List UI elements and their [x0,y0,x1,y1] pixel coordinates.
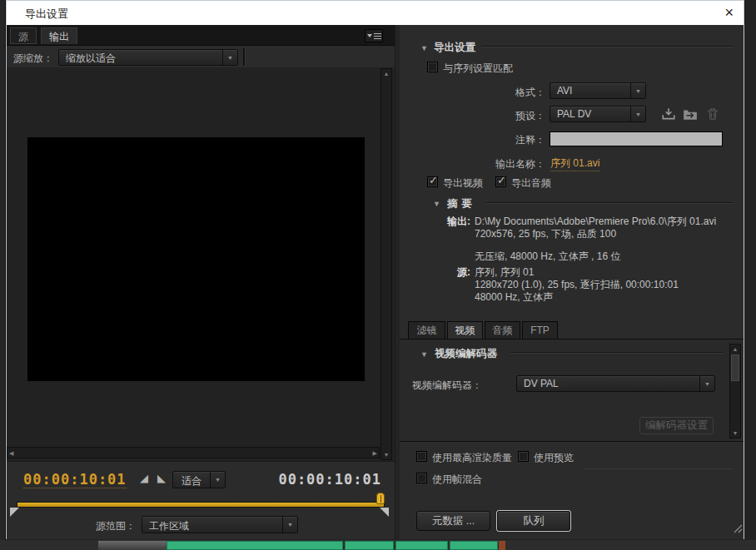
scroll-down-icon[interactable]: ▼ [730,430,740,436]
export-audio-label: 导出音频 [511,176,551,191]
check-icon: ✓ [497,174,506,186]
panel-menu-lines-icon [374,33,381,39]
source-scaling-value: 缩放以适合 [59,50,222,65]
frame-blending-checkbox[interactable] [416,473,427,483]
scroll-right-icon[interactable]: ▶ [373,450,377,457]
preset-value: PAL DV [550,107,630,121]
timeline-clip [167,541,343,550]
tab-filters[interactable]: 滤镜 [408,321,445,339]
disclosure-triangle-icon[interactable]: ▼ [433,200,440,208]
max-render-quality-checkbox[interactable] [416,451,427,462]
export-audio-checkbox[interactable]: ✓ [495,176,506,187]
source-range-dropdown[interactable]: 工作区域 ▼ [142,516,298,533]
settings-pane: ▼ 导出设置 与序列设置匹配 格式： AVI ▼ 预设： PAL DV ▼ [400,25,744,539]
match-sequence-checkbox[interactable] [427,62,438,72]
dialog-titlebar: 导出设置 × [7,1,744,25]
resize-grip[interactable] [731,521,743,534]
in-point-handle[interactable] [10,508,19,517]
transport-controls: 00:00:10:01 ◢ ◣ 适合 ▼ 00:00:10:01 源范围： 工作… [7,463,395,539]
match-sequence-label: 与序列设置匹配 [443,62,513,76]
video-codec-section-title: 视频编解码器 [435,347,497,361]
dropdown-arrow-icon: ▼ [282,517,297,533]
timeline-clip [345,541,394,550]
comment-input[interactable] [550,131,723,146]
summary-output-audio-info: 无压缩, 48000 Hz, 立体声 , 16 位 [475,250,620,264]
video-codec-label: 视频编解码器： [412,379,482,393]
settings-vertical-scrollbar[interactable]: ▲ ▼ [729,344,741,439]
options-divider [584,468,733,469]
source-range-label: 源范围： [96,519,136,533]
import-preset-icon[interactable] [683,107,698,121]
output-name-label: 输出名称： [470,157,545,171]
use-previews-label: 使用预览 [534,451,574,465]
tab-ftp[interactable]: FTP [522,321,558,339]
codec-settings-button: 编解码器设置 [639,417,714,434]
preview-horizontal-scrollbar[interactable]: ◀ ▶ [7,447,380,458]
save-preset-icon[interactable] [661,107,676,121]
export-settings-section-title: 导出设置 [434,41,475,55]
zoom-level-dropdown[interactable]: 适合 ▼ [172,471,226,488]
section-divider [510,352,723,354]
frame-blending-label: 使用帧混合 [432,473,482,487]
close-icon[interactable]: × [724,3,734,22]
dropdown-arrow-icon: ▼ [222,50,237,65]
timeline-clip [450,541,498,550]
dropdown-arrow-icon: ▼ [210,472,225,488]
tab-output[interactable]: 输出 [41,27,77,44]
summary-output-label: 输出: [420,215,470,229]
scroll-up-icon[interactable]: ▲ [381,71,391,77]
splitter-handle[interactable] [243,48,245,66]
summary-source-label: 源: [420,265,470,280]
zoom-level-value: 适合 [173,472,210,488]
summary-output-video-info: 720x576, 25 fps, 下场, 品质 100 [475,227,616,241]
out-point-handle[interactable] [380,508,389,517]
output-name-link[interactable]: 序列 01.avi [550,156,599,171]
video-codec-value: DV PAL [517,376,699,391]
set-in-point-button[interactable]: ◢ [140,472,148,484]
source-scaling-label: 源缩放： [13,52,53,66]
queue-button[interactable]: 队列 [497,511,570,531]
source-range-value: 工作区域 [142,517,282,533]
metadata-button[interactable]: 元数据 ... [416,511,490,531]
scrollbar-thumb[interactable] [731,354,739,381]
source-tabbar: 源 输出 [7,25,395,46]
scroll-left-icon[interactable]: ◀ [9,450,13,457]
section-divider [481,46,733,47]
disclosure-triangle-icon[interactable]: ▼ [420,350,428,359]
duration-timecode: 00:00:10:01 [278,471,381,488]
preview-vertical-scrollbar[interactable]: ▲ ▼ [380,68,392,460]
export-settings-dialog: 导出设置 × 源 输出 源缩放： 缩放以适合 [6,0,744,539]
video-preview-area: ▲ ▼ ◀ ▶ [7,67,395,462]
tab-audio[interactable]: 音频 [485,321,520,339]
timeline-clip [499,541,505,550]
format-value: AVI [550,83,630,98]
delete-preset-icon [705,107,720,121]
dialog-body: 源 输出 源缩放： 缩放以适合 ▼ [7,25,744,539]
scroll-up-icon[interactable]: ▲ [730,346,740,352]
format-label: 格式： [487,86,545,100]
current-timecode[interactable]: 00:00:10:01 [23,471,127,488]
disclosure-triangle-icon[interactable]: ▼ [420,44,428,52]
video-codec-dropdown[interactable]: DV PAL ▼ [516,375,715,392]
check-icon: ✓ [429,174,438,186]
export-video-checkbox[interactable]: ✓ [427,176,438,187]
preset-dropdown[interactable]: PAL DV ▼ [550,106,646,122]
panel-menu-icon[interactable] [365,29,383,42]
source-scaling-dropdown[interactable]: 缩放以适合 ▼ [58,49,238,66]
dropdown-arrow-icon: ▼ [630,107,645,121]
tab-video[interactable]: 视频 [447,321,483,339]
comment-label: 注释： [487,133,545,147]
scrubber-bar[interactable] [17,502,385,508]
scroll-down-icon[interactable]: ▼ [381,452,391,458]
format-dropdown[interactable]: AVI ▼ [550,82,646,99]
dialog-title: 导出设置 [25,7,68,22]
set-out-point-button[interactable]: ◣ [157,472,166,484]
tab-source[interactable]: 源 [10,27,37,44]
export-settings-screen: 导出设置 × 源 输出 源缩放： 缩放以适合 [0,0,756,550]
use-previews-checkbox[interactable] [518,451,529,462]
timeline-clip [98,541,167,550]
playhead-marker[interactable] [376,493,385,504]
dropdown-arrow-icon: ▼ [630,83,645,98]
timeline-clip [395,541,448,550]
export-video-label: 导出视频 [443,176,483,191]
